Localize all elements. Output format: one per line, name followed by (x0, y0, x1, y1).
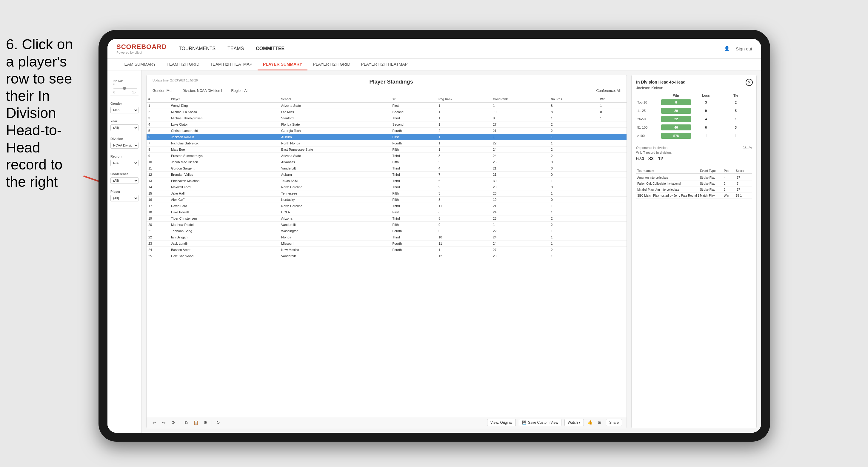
cell-1: Alex Goff (169, 197, 279, 203)
table-row[interactable]: 13Phichaksn MaichonTexas A&MThird6301 (147, 178, 626, 184)
conference-select[interactable]: (All) (111, 177, 138, 184)
cell-6: 1 (549, 134, 598, 140)
filter-division: Division: NCAA Division I (182, 89, 222, 93)
refresh-icon[interactable]: ↻ (215, 419, 221, 426)
h2h-tournament-row: Amer An Intercollegiate Stroke Play 4 -1… (636, 175, 752, 181)
year-select[interactable]: (All) (111, 124, 138, 131)
h2h-win-value: 8 (661, 99, 691, 105)
nav-teams[interactable]: TEAMS (227, 45, 244, 53)
cell-2: Vanderbilt (279, 165, 391, 172)
cell-6: 1 (549, 178, 598, 184)
player-select[interactable]: (All) (111, 195, 138, 201)
region-select[interactable]: N/A (111, 160, 138, 166)
slider-values: 015 (114, 91, 135, 94)
cell-1: Luke Powell (169, 209, 279, 215)
no-rds-slider[interactable] (114, 88, 137, 89)
cell-0: 7 (147, 140, 169, 147)
grid-icon[interactable]: ⊞ (596, 419, 603, 426)
table-row[interactable]: 21Taehoon SongWashingtonFourth6221 (147, 228, 626, 234)
cell-0: 3 (147, 115, 169, 121)
undo-icon[interactable]: ↩ (151, 419, 158, 426)
division-select[interactable]: NCAA Division I (111, 142, 138, 149)
table-row[interactable]: 22Ian GilliganFloridaThird10241 (147, 234, 626, 241)
sign-out-button[interactable]: Sign out (736, 46, 752, 51)
cell-3: First (391, 103, 437, 109)
table-row[interactable]: 4Luke ClatonFlorida StateSecond1272 (147, 121, 626, 128)
copy-icon[interactable]: ⧉ (183, 419, 190, 426)
cell-6: 2 (549, 153, 598, 159)
table-row[interactable]: 7Nicholas GabrelcikNorth FloridaFourth12… (147, 140, 626, 147)
table-row[interactable]: 20Matthew RiedelVanderbiltFifth912 (147, 222, 626, 228)
table-row[interactable]: 10Jacob Mac DiesenArkansasFifth5250 (147, 159, 626, 165)
cell-4: 6 (437, 178, 491, 184)
cell-5: 21 (491, 165, 549, 172)
cell-6: 0 (549, 184, 598, 190)
cell-4: 1 (437, 115, 491, 121)
col-range-header (637, 94, 661, 97)
cell-2: Vanderbilt (279, 222, 391, 228)
thumbs-up-icon[interactable]: 👍 (587, 419, 593, 426)
cell-6: 8 (549, 109, 598, 115)
cell-0: 2 (147, 109, 169, 115)
cell-6: 2 (549, 128, 598, 134)
sidebar-gender: Gender Men (111, 102, 138, 114)
table-row[interactable]: 23Jack LundinMissouriFourth11241 (147, 241, 626, 247)
h2h-close-button[interactable]: ✕ (746, 79, 753, 86)
cell-2: Missouri (279, 241, 391, 247)
tourney-pos: Win (724, 194, 736, 197)
redo-icon[interactable]: ↪ (161, 419, 167, 426)
table-row[interactable]: 19Tiger ChristensenArizonaThird8232 (147, 215, 626, 222)
table-row[interactable]: 25Cole SherwoodVanderbilt12231 (147, 253, 626, 259)
table-row[interactable]: 5Christo LamprechtGeorgia TechFourth2212 (147, 128, 626, 134)
sub-nav-player-h2h-heatmap[interactable]: PLAYER H2H HEATMAP (355, 59, 413, 70)
cell-7 (598, 241, 626, 247)
table-row[interactable]: 24Bastien AmatNew MexicoFourth1272 (147, 247, 626, 253)
table-row[interactable]: 18Luke PowellUCLAFirst6241 (147, 209, 626, 215)
cell-4: 3 (437, 153, 491, 159)
table-header-row: # Player School Yr Reg Rank Conf Rank No… (147, 96, 626, 103)
sub-nav-player-h2h-grid[interactable]: PLAYER H2H GRID (307, 59, 355, 70)
sub-nav-player-summary[interactable]: PLAYER SUMMARY (257, 59, 307, 70)
cell-6: 1 (549, 203, 598, 209)
watch-btn[interactable]: Watch ▾ (564, 419, 584, 426)
settings-icon[interactable]: ⚙ (202, 419, 209, 426)
cell-7 (598, 147, 626, 153)
cell-1: Nicholas Gabrelcik (169, 140, 279, 147)
cell-2: Georgia Tech (279, 128, 391, 134)
save-custom-btn[interactable]: 💾 Save Custom View (519, 419, 561, 426)
share-btn[interactable]: Share (606, 419, 622, 426)
paste-icon[interactable]: 📋 (192, 419, 199, 426)
table-row[interactable]: 9Preston SummerhaysArizona StateThird324… (147, 153, 626, 159)
h2h-stat-row: 11-25 20 9 5 (636, 107, 752, 115)
h2h-divider-1 (636, 143, 752, 143)
sidebar-division: Division NCAA Division I (111, 137, 138, 149)
sub-nav-team-h2h-grid[interactable]: TEAM H2H GRID (161, 59, 205, 70)
nav-committee[interactable]: COMMITTEE (256, 45, 284, 53)
view-original-btn[interactable]: View: Original (487, 419, 516, 426)
table-row[interactable]: 3Michael ThorbjornsenStanfordThird1811 (147, 115, 626, 121)
table-row[interactable]: 6Jackson KoivunAuburnFirst111 (147, 134, 626, 140)
table-row[interactable]: 11Gordon SargentVanderbiltThird4210 (147, 165, 626, 172)
filter-conference: Conference: All (596, 89, 621, 93)
h2h-win-value: 578 (661, 133, 691, 139)
cell-0: 18 (147, 209, 169, 215)
cell-1: Wenyi Ding (169, 103, 279, 109)
table-row[interactable]: 12Brendan VallesAuburnThird7210 (147, 172, 626, 178)
table-row[interactable]: 16Alex GoffKentuckyFifth8190 (147, 197, 626, 203)
cell-4: 7 (437, 172, 491, 178)
table-row[interactable]: 8Mats EgeEast Tennessee StateFifth1242 (147, 147, 626, 153)
table-row[interactable]: 17David FordNorth CarolinaThird11211 (147, 203, 626, 209)
nav-tournaments[interactable]: TOURNAMENTS (179, 45, 216, 53)
tourney-name: Fallon Oak Collegiate Invitational (637, 182, 700, 185)
h2h-loss-value: 4 (691, 116, 721, 122)
table-row[interactable]: 1Wenyi DingArizona StateFirst1181 (147, 103, 626, 109)
sub-nav-team-summary[interactable]: TEAM SUMMARY (116, 59, 161, 70)
gender-select[interactable]: Men (111, 107, 138, 114)
cell-2: New Mexico (279, 247, 391, 253)
table-row[interactable]: 2Michael La SassoOle MissSecond11980 (147, 109, 626, 115)
table-row[interactable]: 14Maxwell FordNorth CarolinaThird9230 (147, 184, 626, 190)
cell-1: Cole Sherwood (169, 253, 279, 259)
forward-icon[interactable]: ⟳ (170, 419, 177, 426)
table-row[interactable]: 15Jake HallTennesseeFifth3261 (147, 190, 626, 197)
sub-nav-team-h2h-heatmap[interactable]: TEAM H2H HEATMAP (205, 59, 257, 70)
